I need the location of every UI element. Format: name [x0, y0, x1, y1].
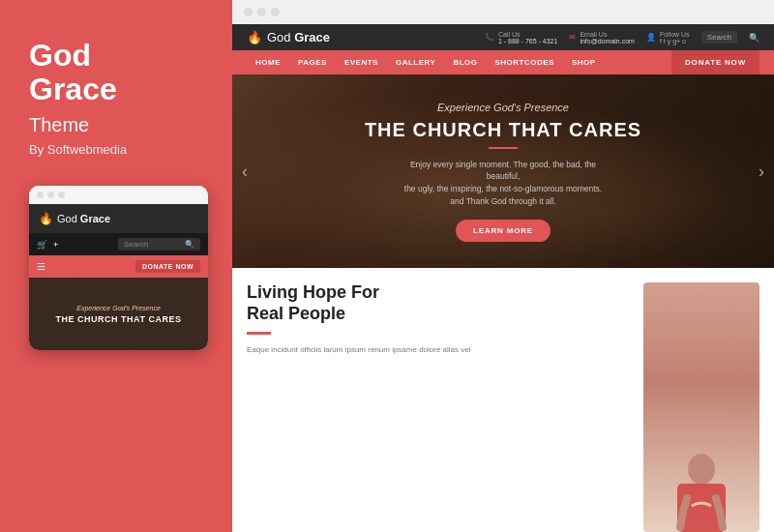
mobile-logo: 🔥 God Grace [39, 212, 110, 225]
below-text: Living Hope For Real People Eaque incidu… [247, 282, 624, 532]
follow-info: 👤 Follow Us f t y g+ o [646, 31, 690, 44]
mobile-hero-sub: Experience God's Presence [76, 305, 161, 311]
phone-icon: 📞 [485, 33, 494, 42]
person-svg [643, 450, 759, 532]
site-header: 🔥 God Grace 📞 Call Us 1 - 888 - 765 - 43… [232, 24, 774, 50]
mobile-icons: 🛒 + [37, 240, 58, 250]
plus-icon: + [53, 240, 58, 250]
nav-gallery[interactable]: GALLERY [387, 50, 444, 74]
follow-label: Follow Us [660, 31, 690, 38]
window-bar [29, 186, 208, 204]
call-number: 1 - 888 - 765 - 4321 [498, 38, 558, 44]
follow-icon: 👤 [646, 33, 656, 42]
svg-point-0 [688, 454, 715, 485]
email-label: Email Us [580, 31, 635, 38]
nav-events[interactable]: EVENTS [336, 50, 387, 74]
nav-blog[interactable]: BLOG [444, 50, 486, 74]
hero-learn-more-button[interactable]: LEARN MORE [456, 220, 551, 242]
nav-pages[interactable]: PAGES [289, 50, 336, 74]
person-image [643, 282, 759, 532]
window-dot-1 [37, 192, 44, 198]
hero-subtext: Experience God's Presence [365, 102, 641, 113]
below-title: Living Hope For Real People [247, 282, 624, 324]
site-below-section: Living Hope For Real People Eaque incidu… [232, 268, 774, 532]
mobile-nav: ☰ DONATE NOW [29, 255, 208, 278]
search-placeholder: Search [124, 240, 148, 249]
header-search[interactable]: Search [701, 31, 737, 44]
site-logo-text: God Grace [267, 30, 330, 44]
nav-home[interactable]: HOME [247, 50, 289, 74]
below-divider [247, 332, 271, 335]
hero-description: Enjoy every single moment. The good, the… [397, 159, 610, 208]
nav-shop[interactable]: SHOP [563, 50, 605, 74]
theme-subtitle: Theme [29, 114, 203, 136]
site-flame-icon: 🔥 [247, 30, 262, 44]
cart-icon: 🛒 [37, 240, 47, 250]
hero-next-arrow[interactable]: › [759, 162, 764, 182]
hero-prev-arrow[interactable]: ‹ [242, 162, 248, 182]
flame-icon: 🔥 [39, 212, 53, 225]
email-info: ✉ Email Us info@domain.com [569, 31, 635, 44]
site-header-right: 📞 Call Us 1 - 888 - 765 - 4321 ✉ Email U… [485, 31, 759, 44]
email-value: info@domain.com [580, 38, 635, 44]
hero-content: Experience God's Presence THE CHURCH THA… [365, 102, 641, 242]
mobile-hero: Experience God's Presence THE CHURCH THA… [29, 278, 208, 350]
window-dot-2 [47, 192, 54, 198]
nav-shortcodes[interactable]: SHORTCODES [486, 50, 562, 74]
browser-chrome [232, 0, 774, 24]
mobile-search-bar: 🛒 + Search 🔍 [29, 233, 208, 255]
nav-donate-button[interactable]: DONATE NOW [671, 50, 759, 74]
theme-title: God Grace [29, 39, 203, 106]
mobile-donate-button[interactable]: DONATE NOW [135, 260, 200, 273]
search-icon: 🔍 [185, 240, 194, 249]
call-label: Call Us [498, 31, 558, 38]
site-logo: 🔥 God Grace [247, 30, 330, 44]
header-search-icon[interactable]: 🔍 [749, 33, 759, 43]
mobile-hero-main: THE CHURCH THAT CARES [56, 314, 182, 324]
below-image [643, 282, 759, 532]
browser-dot-2 [257, 8, 266, 16]
right-panel: 🔥 God Grace 📞 Call Us 1 - 888 - 765 - 43… [232, 0, 774, 532]
site-hero: ‹ Experience God's Presence THE CHURCH T… [232, 74, 774, 268]
mobile-preview: 🔥 God Grace 🛒 + Search 🔍 ☰ DONATE NOW Ex… [29, 186, 208, 350]
website-preview: 🔥 God Grace 📞 Call Us 1 - 888 - 765 - 43… [232, 24, 774, 532]
mobile-search-input[interactable]: Search 🔍 [118, 238, 200, 251]
hero-main-text: THE CHURCH THAT CARES [365, 119, 641, 141]
theme-by: By Softwebmedia [29, 142, 203, 157]
hamburger-icon[interactable]: ☰ [37, 261, 45, 272]
site-nav: HOME PAGES EVENTS GALLERY BLOG SHORTCODE… [232, 50, 774, 74]
window-dot-3 [58, 192, 65, 198]
email-icon: ✉ [569, 33, 576, 42]
left-panel: God Grace Theme By Softwebmedia 🔥 God Gr… [0, 0, 232, 532]
call-info: 📞 Call Us 1 - 888 - 765 - 4321 [485, 31, 558, 44]
hero-divider [489, 147, 518, 149]
below-description: Eaque incidunt officiis larum ipsum renu… [247, 344, 624, 356]
browser-dot-1 [244, 8, 253, 16]
mobile-logo-text: God Grace [57, 213, 110, 224]
mobile-header: 🔥 God Grace [29, 204, 208, 233]
browser-dot-3 [271, 8, 280, 16]
